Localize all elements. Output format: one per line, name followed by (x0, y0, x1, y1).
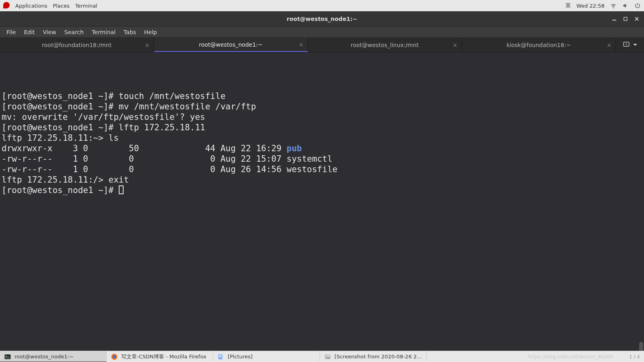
term-line: lftp 172.25.18.11:/> exit (2, 175, 129, 185)
page-indicator: 1 / 4 (629, 354, 640, 360)
tab-close-icon[interactable]: × (299, 41, 303, 48)
terminal-menu-bar: File Edit View Search Terminal Tabs Help (0, 27, 644, 38)
tab-label: root@westos_node1:~ (199, 41, 262, 48)
new-tab-icon[interactable] (623, 41, 630, 49)
tab-close-icon[interactable]: × (453, 42, 458, 48)
task-screenshot[interactable]: [Screenshot from 2020-08-26 21-… (320, 351, 427, 362)
svg-point-5 (113, 355, 116, 358)
tab-actions (616, 38, 644, 52)
wifi-icon[interactable] (610, 2, 617, 9)
tab-label: root@foundation18:/mnt (42, 42, 111, 48)
volume-icon[interactable] (622, 2, 629, 9)
close-button[interactable] (632, 14, 642, 24)
terminal-icon (4, 353, 11, 360)
menu-edit[interactable]: Edit (20, 27, 39, 37)
term-line: drwxrwxr-x 3 0 50 44 Aug 22 16:29 (2, 144, 287, 153)
watermark-url: https://blog.csdn.net/weixin_46260 (528, 354, 613, 360)
tab-foundation18-mnt[interactable]: root@foundation18:/mnt × (0, 38, 154, 52)
term-line: -rw-r--r-- 1 0 0 0 Aug 26 14:56 westosfi… (2, 165, 337, 174)
gnome-taskbar: root@westos_node1:~ 写文章-CSDN博客 - Mozilla… (0, 351, 644, 362)
tab-label: kiosk@foundation18:~ (506, 42, 571, 48)
term-line: lftp 172.25.18.11:~> ls (2, 133, 119, 143)
task-firefox[interactable]: 写文章-CSDN博客 - Mozilla Firefox (107, 351, 213, 362)
task-label: [Screenshot from 2020-08-26 21-… (334, 354, 422, 360)
svg-rect-1 (624, 17, 627, 21)
task-label: [Pictures] (228, 354, 253, 360)
svg-rect-8 (219, 356, 222, 357)
terminal-scrollbar[interactable] (638, 52, 643, 351)
tab-label: root@westos_linux:/mnt (351, 42, 419, 48)
applications-menu[interactable]: Applications (15, 3, 47, 9)
menu-terminal[interactable]: Terminal (88, 27, 120, 37)
terminal-cursor (119, 185, 124, 194)
power-icon[interactable] (634, 2, 641, 9)
svg-rect-7 (219, 355, 222, 356)
term-line: [root@westos_node1 ~]# mv /mnt/westosfil… (2, 102, 256, 111)
task-label: root@westos_node1:~ (14, 354, 74, 360)
svg-rect-3 (5, 354, 11, 359)
taskbar-filler: https://blog.csdn.net/weixin_46260 1 / 4 (427, 351, 644, 362)
ime-indicator[interactable]: 英 (566, 2, 571, 9)
menu-help[interactable]: Help (140, 27, 161, 37)
term-dir-pub: pub (287, 144, 302, 153)
window-title: root@westos_node1:~ (287, 16, 357, 22)
firefox-icon (111, 353, 118, 360)
terminal-menu[interactable]: Terminal (75, 3, 97, 9)
term-line: [root@westos_node1 ~]# touch /mnt/westos… (2, 91, 225, 101)
task-terminal[interactable]: root@westos_node1:~ (0, 351, 107, 362)
files-icon (217, 353, 225, 360)
term-line: -rw-r--r-- 1 0 0 0 Aug 22 15:07 systemct… (2, 154, 332, 164)
terminal-content[interactable]: [root@westos_node1 ~]# touch /mnt/westos… (0, 52, 644, 351)
terminal-tab-bar: root@foundation18:/mnt × root@westos_nod… (0, 38, 644, 52)
redhat-logo-icon (3, 2, 10, 8)
menu-search[interactable]: Search (60, 27, 88, 37)
scrollbar-thumb[interactable] (639, 342, 643, 351)
task-pictures[interactable]: [Pictures] (213, 351, 320, 362)
tab-westos-node1[interactable]: root@westos_node1:~ × (154, 38, 308, 52)
tab-kiosk-foundation18[interactable]: kiosk@foundation18:~ × (462, 38, 616, 52)
term-line: [root@westos_node1 ~]# lftp 172.25.18.11 (2, 123, 205, 132)
svg-point-10 (326, 356, 327, 357)
clock[interactable]: Wed 22:58 (576, 3, 605, 9)
maximize-button[interactable] (621, 14, 630, 24)
image-viewer-icon (324, 353, 331, 360)
term-line: mv: overwrite '/var/ftp/westosfile'? yes (2, 112, 205, 122)
minimize-button[interactable] (609, 14, 619, 24)
tab-close-icon[interactable]: × (607, 42, 611, 48)
menu-file[interactable]: File (2, 27, 20, 37)
svg-rect-0 (612, 20, 616, 21)
tab-menu-chevron-icon[interactable] (633, 44, 637, 46)
gnome-top-panel: Applications Places Terminal 英 Wed 22:58 (0, 0, 644, 11)
tab-westos-linux-mnt[interactable]: root@westos_linux:/mnt × (308, 38, 462, 52)
menu-tabs[interactable]: Tabs (120, 27, 140, 37)
task-label: 写文章-CSDN博客 - Mozilla Firefox (121, 353, 206, 360)
tab-close-icon[interactable]: × (145, 42, 150, 48)
window-title-bar: root@westos_node1:~ (0, 11, 644, 27)
places-menu[interactable]: Places (53, 3, 69, 9)
term-prompt: [root@westos_node1 ~]# (2, 185, 119, 195)
menu-view[interactable]: View (39, 27, 60, 37)
